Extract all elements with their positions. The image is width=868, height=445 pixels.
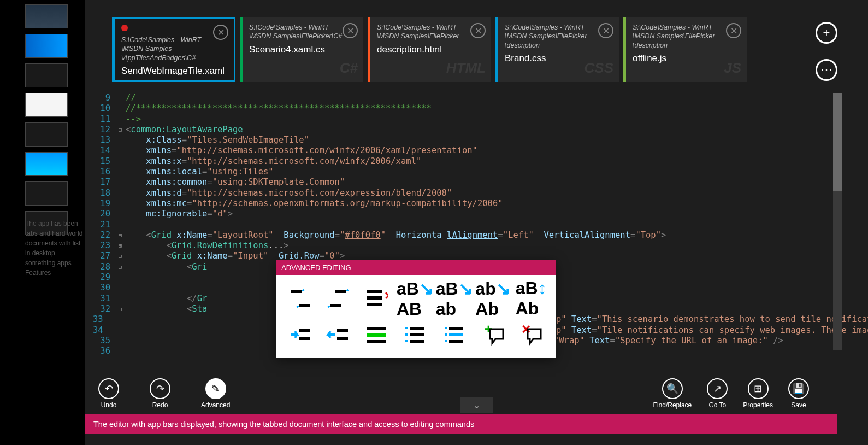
appbar-label: Save	[791, 401, 806, 409]
untabify-icon[interactable]	[436, 318, 473, 352]
line-number: 17	[93, 177, 115, 188]
code-line[interactable]: 23⊞ <Grid.RowDefinitions...>	[93, 241, 836, 251]
svg-rect-3	[330, 304, 341, 307]
scrollbar[interactable]	[833, 93, 842, 350]
code-content[interactable]: xmlns:local="using:Tiles"	[126, 167, 274, 177]
line-number: 11	[93, 114, 115, 125]
code-line[interactable]: 20 mc:Ignorable="d">	[93, 209, 836, 219]
code-line[interactable]: 11-->	[93, 114, 836, 125]
undo-button[interactable]: ↶Undo	[98, 378, 119, 409]
fold-toggle[interactable]: ⊟	[115, 230, 126, 241]
scrollbar-thumb[interactable]	[833, 93, 842, 191]
page-thumbnail[interactable]	[25, 4, 68, 28]
code-line[interactable]: 13 x:Class="Tiles.SendWebImageTile"	[93, 135, 836, 145]
close-tab-button[interactable]: ✕	[470, 23, 486, 38]
case-upper-icon[interactable]: aB↘AB	[397, 282, 434, 315]
caption-bar: The editor with app bars displayed, show…	[85, 414, 837, 434]
code-line[interactable]: 14 xmlns="http://schemas.microsoft.com/w…	[93, 145, 836, 156]
code-line[interactable]: 19 xmlns:mc="http://schemas.openxmlforma…	[93, 198, 836, 209]
appbar-label: Undo	[101, 401, 117, 409]
code-line[interactable]: 18 xmlns:d="http://schemas.microsoft.com…	[93, 188, 836, 198]
appbar-icon: ↷	[150, 378, 170, 399]
fold-toggle[interactable]: ⊟	[115, 304, 126, 314]
page-thumbnail[interactable]	[25, 152, 68, 176]
fold-toggle[interactable]: ⊟	[115, 251, 126, 261]
format-icon[interactable]	[358, 318, 394, 352]
case-title-icon[interactable]: ab↘Ab	[475, 282, 511, 315]
code-content[interactable]: xmlns:mc="http://schemas.openxmlformats.…	[126, 198, 503, 209]
fold-toggle	[115, 283, 126, 293]
go-to-button[interactable]: ↗Go To	[707, 378, 728, 409]
code-content[interactable]: -->	[126, 114, 141, 125]
page-thumbnail[interactable]	[25, 63, 68, 87]
code-content[interactable]: <Gri	[126, 262, 207, 272]
code-content[interactable]: <Sta	[126, 304, 207, 314]
code-content[interactable]: xmlns="http://schemas.microsoft.com/winf…	[126, 145, 477, 156]
code-content[interactable]: <Grid x:Name="LayoutRoot" Background="#f…	[126, 230, 666, 241]
fold-toggle[interactable]: ⊞	[115, 241, 126, 251]
code-line[interactable]: 22⊟ <Grid x:Name="LayoutRoot" Background…	[93, 230, 836, 241]
close-tab-button[interactable]: ✕	[598, 23, 613, 38]
code-content[interactable]: <Grid.RowDefinitions...>	[126, 241, 289, 251]
fold-toggle	[115, 167, 126, 177]
line-number: 16	[93, 167, 115, 177]
redo-button[interactable]: ↷Redo	[150, 378, 170, 409]
more-button[interactable]: ⋯	[816, 59, 837, 81]
add-tab-button[interactable]: +	[816, 22, 837, 44]
page-thumbnail[interactable]	[25, 122, 68, 147]
document-tab[interactable]: ✕S:\Code\Samples - WinRT\MSDN Samples\Fi…	[495, 17, 619, 82]
code-content[interactable]: //	[126, 93, 136, 103]
advanced-button[interactable]: ✎Advanced	[201, 378, 230, 409]
page-thumbnail[interactable]	[25, 93, 68, 117]
code-line[interactable]: 17 xmlns:common="using:SDKTemplate.Commo…	[93, 177, 836, 188]
transpose-icon[interactable]	[282, 282, 318, 315]
uncomment-icon[interactable]: ✕	[513, 318, 549, 352]
svg-rect-25	[445, 340, 447, 342]
code-line[interactable]: 21	[93, 220, 836, 230]
document-tab[interactable]: ✕S:\Code\Samples - WinRT\MSDN Samples\Fi…	[240, 17, 363, 82]
case-lower-icon[interactable]: aB↘ab	[436, 282, 473, 315]
move-line-icon[interactable]	[321, 282, 357, 315]
code-content[interactable]: x:Class="Tiles.SendWebImageTile"	[126, 135, 309, 145]
fold-toggle	[115, 220, 126, 230]
fold-toggle	[115, 156, 126, 167]
document-tab[interactable]: ✕S:\Code\Samples - WinRT\MSDN Samples\Fi…	[368, 17, 491, 82]
code-content[interactable]: </Gr	[126, 294, 207, 304]
outdent-icon[interactable]	[321, 318, 357, 352]
code-line[interactable]: 10//************************************…	[93, 103, 836, 114]
code-content[interactable]: <common:LayoutAwarePage	[126, 125, 243, 135]
code-line[interactable]: 12⊟<common:LayoutAwarePage	[93, 125, 836, 135]
close-tab-button[interactable]: ✕	[343, 23, 358, 38]
expand-chevron[interactable]: ⌄	[460, 397, 493, 413]
case-toggle-icon[interactable]: aB↕Ab	[513, 282, 549, 315]
code-content[interactable]: xmlns:d="http://schemas.microsoft.com/ex…	[126, 188, 452, 198]
find-replace-button[interactable]: 🔍Find/Replace	[653, 378, 692, 409]
code-line[interactable]: 15 xmlns:x="http://schemas.microsoft.com…	[93, 156, 836, 167]
code-content[interactable]: mc:Ignorable="d">	[126, 209, 233, 219]
properties-button[interactable]: ⊞Properties	[743, 378, 773, 409]
delete-line-icon[interactable]: ✕	[358, 282, 394, 315]
page-thumbnail[interactable]	[25, 34, 68, 58]
fold-toggle[interactable]: ⊟	[115, 262, 126, 272]
fold-toggle[interactable]: ⊟	[115, 125, 126, 135]
code-line[interactable]: 16 xmlns:local="using:Tiles"	[93, 167, 836, 177]
indent-icon[interactable]	[282, 318, 318, 352]
tab-path: S:\Code\Samples - WinRT\MSDN Samples\Fil…	[633, 23, 740, 50]
close-tab-button[interactable]: ✕	[213, 25, 228, 40]
code-line[interactable]: 9//	[93, 93, 836, 103]
document-tab[interactable]: ✕S:\Code\Samples - WinRT\MSDN Samples\Ap…	[112, 17, 235, 82]
comment-icon[interactable]: +	[475, 318, 511, 352]
appbar-label: Redo	[152, 401, 168, 409]
code-content[interactable]: xmlns:common="using:SDKTemplate.Common"	[126, 177, 345, 188]
tabify-icon[interactable]	[397, 318, 434, 352]
modified-dot-icon	[121, 25, 128, 31]
code-content[interactable]: xmlns:x="http://schemas.microsoft.com/wi…	[126, 156, 421, 167]
svg-rect-23	[445, 333, 447, 336]
page-thumbnail[interactable]	[25, 211, 68, 235]
code-content[interactable]: //**************************************…	[126, 103, 432, 114]
save-button[interactable]: 💾Save	[788, 378, 809, 409]
tab-path: S:\Code\Samples - WinRT\MSDN Samples\Fil…	[505, 23, 612, 50]
document-tab[interactable]: ✕S:\Code\Samples - WinRT\MSDN Samples\Fi…	[623, 17, 747, 82]
page-thumbnail[interactable]	[25, 181, 68, 206]
close-tab-button[interactable]: ✕	[726, 23, 741, 38]
